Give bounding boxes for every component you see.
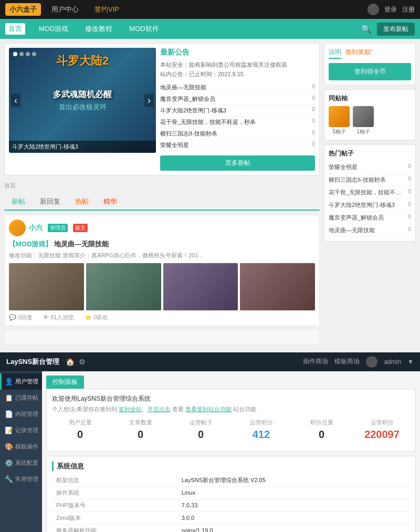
common-icon: 🔧: [5, 475, 13, 483]
tab-quality-posts[interactable]: 精华: [96, 194, 124, 210]
friend-avatar-2[interactable]: [353, 106, 374, 127]
main-container: 斗罗大陆2 多武魂随机必醒 首出必改核灵环 ‹ › 斗罗大陆2绝世闸门-移魂3 …: [0, 39, 420, 352]
admin-main-tab[interactable]: 控制面板: [46, 375, 84, 389]
friends-widget: 同贴柚 5柚子 1柚子: [324, 89, 416, 140]
sign-link[interactable]: 签到全站: [119, 406, 142, 412]
author-name[interactable]: 小六: [29, 223, 43, 233]
tab-new-posts[interactable]: 新帖: [4, 194, 33, 211]
notice-section: 最新公告 本站安全：如有影响到贵公司权益发现关注侵权器 站内公告：已止时间：20…: [160, 48, 315, 171]
author-badge-admin: 管理员: [48, 224, 68, 232]
login-button[interactable]: 登录: [384, 5, 397, 14]
admin-sidebar-common[interactable]: 🔧 常用管理: [0, 471, 42, 487]
nav-home[interactable]: 首页: [5, 23, 25, 35]
notice-item-count-2: 0: [312, 95, 315, 103]
post-author: 小六 管理员 版主: [9, 220, 315, 236]
tab-hot-posts[interactable]: 热帖: [68, 194, 96, 210]
friend-name-2: 1柚子: [353, 128, 374, 135]
banner-next-button[interactable]: ›: [144, 94, 154, 107]
admin-sidebar-sysconfig[interactable]: ⚙️ 系统配置: [0, 455, 42, 471]
tab-new-replies[interactable]: 新回复: [33, 194, 68, 210]
site-logo[interactable]: 小六盒子: [5, 3, 41, 16]
hot-post-title-3[interactable]: 花千骨_无限技能，技能不耗蓝，秒杀: [329, 189, 406, 196]
nav-tutorials[interactable]: 修改教程: [82, 23, 116, 35]
hot-post-1: 荣耀全明星 0: [329, 161, 411, 174]
banner-image: 斗罗大陆2 多武魂随机必醒 首出必改核灵环 ‹ › 斗罗大陆2绝世闸门-移魂3: [9, 48, 156, 153]
notice-item-title-2[interactable]: 魔音变声器_解锁会员: [160, 95, 310, 103]
template-store-link[interactable]: 模板商场: [334, 357, 360, 366]
admin-sidebar-user-mgmt[interactable]: 👤 用户管理: [0, 373, 42, 390]
plugin-store-link[interactable]: 插件商场: [303, 357, 328, 366]
notice-item-title-6[interactable]: 荣耀全明星: [160, 141, 310, 149]
stats-grid: 用户总量 0 文章数量 0 运营帖子 0 运营积分 412: [52, 419, 410, 441]
admin-sidebar-cached[interactable]: 📋 已缓存帖: [0, 390, 42, 406]
sign-tab-reward[interactable]: 签到奖励: [345, 48, 372, 59]
hot-post-2: 横扫三国志II-技能秒杀 0: [329, 174, 411, 186]
nav-mod-software[interactable]: MOD软件: [126, 23, 162, 35]
post-description: 修改功能：无限技能 游戏简介：真ARPG游心巨作，微根秩头号探索！201...: [9, 251, 315, 260]
dot-1[interactable]: [13, 52, 17, 56]
notice-item-title-4[interactable]: 花千骨_无限技能，技能不耗蓝，秒杀: [160, 118, 310, 126]
sign-button[interactable]: 签到得全币: [329, 63, 411, 80]
nav-user-center[interactable]: 用户中心: [51, 5, 79, 14]
admin-home-icon[interactable]: 🏠: [66, 358, 75, 366]
stat-value-users: 0: [52, 429, 108, 441]
info-row-4: Zend版本 3.0.0: [52, 512, 410, 524]
admin-sidebar-content[interactable]: 📄 内容管理: [0, 406, 42, 422]
admin-name[interactable]: admin: [384, 358, 401, 366]
post-new-button[interactable]: 发布新帖: [377, 23, 415, 36]
nav-vip[interactable]: 签约VIP: [94, 5, 119, 14]
sign-tab-info[interactable]: 说明: [329, 48, 341, 59]
sys-info-card: 系统信息 框架信息 LaySNS新台管理综合系统 V2.05 操作系统 Linu…: [46, 456, 416, 532]
enable-link[interactable]: 开启点击: [148, 406, 171, 412]
post-item: 小六 管理员 版主 【MOD游戏】地灵曲—无限技能 修改功能：无限技能 游戏简介…: [4, 215, 320, 326]
info-row-3: PHP版本号 7.0.33: [52, 499, 410, 512]
register-button[interactable]: 注册: [402, 5, 415, 14]
post-title[interactable]: 【MOD游戏】地灵曲—无限技能: [9, 239, 315, 249]
dot-4[interactable]: [32, 52, 36, 56]
admin-body: 👤 用户管理 📋 已缓存帖 📄 内容管理 📝 记录管理 🎨 模板操作 ⚙️: [0, 371, 420, 532]
search-icon[interactable]: 🔍: [361, 24, 372, 34]
admin-logo: LaySNS新台管理: [6, 357, 59, 367]
content-label: 内容管理: [15, 410, 38, 418]
banner-section: 斗罗大陆2 多武魂随机必醒 首出必改核灵环 ‹ › 斗罗大陆2绝世闸门-移魂3 …: [4, 43, 320, 175]
records-icon: 📝: [5, 426, 13, 434]
notice-item-4: 花千骨_无限技能，技能不耗蓝，秒杀 0: [160, 117, 315, 128]
hot-post-title-5[interactable]: 魔音变声器_解锁会员: [329, 214, 406, 222]
hot-post-title-6[interactable]: 地灵曲—无限技能: [329, 226, 406, 234]
notice-item-title-5[interactable]: 横扫三国志II-技能秒杀: [160, 130, 310, 138]
banner-prev-button[interactable]: ‹: [11, 94, 20, 107]
friend-item-2: 1柚子: [353, 106, 374, 135]
dot-3[interactable]: [26, 52, 30, 56]
dot-2[interactable]: [19, 52, 24, 56]
admin-welcome-card: 欢迎使用LaySNS新台管理综合系统 个人想法:希望你在推到到 签到全站、开启点…: [46, 389, 416, 452]
sign-tabs: 说明 签到奖励: [329, 48, 411, 59]
stat-value-articles: 0: [112, 429, 169, 441]
top-nav-right: 登录 注册: [368, 4, 415, 15]
admin-sidebar-template[interactable]: 🎨 模板操作: [0, 439, 42, 455]
stat-label-users: 用户总量: [52, 419, 108, 426]
admin-dropdown-icon[interactable]: ▼: [407, 358, 414, 366]
reply-icon: 💬: [9, 314, 16, 321]
likes-count: 0喜欢: [93, 314, 108, 321]
check-link[interactable]: 查看签到站台功能: [185, 406, 232, 412]
stat-label-ops-points: 运营积分: [354, 419, 410, 426]
banner-center: 多武魂随机必醒 首出必改核灵环: [9, 89, 156, 112]
admin-sidebar-records[interactable]: 📝 记录管理: [0, 422, 42, 439]
admin-header: LaySNS新台管理 🏠 ⚙ 插件商场 模板商场 admin ▼: [0, 352, 420, 371]
notice-item-title-1[interactable]: 地灵曲—无限技能: [160, 84, 310, 91]
notice-item-title-3[interactable]: 斗罗大陆2绝世闸门-移魂3: [160, 107, 310, 114]
user-mgmt-label: 用户管理: [15, 378, 38, 385]
content-icon: 📄: [5, 410, 13, 418]
friend-avatar-1[interactable]: [329, 106, 350, 127]
admin-settings-icon[interactable]: ⚙: [79, 358, 86, 366]
hot-post-title-1[interactable]: 荣耀全明星: [329, 163, 406, 171]
breadcrumb: 首页: [4, 180, 320, 192]
post-image-1: [9, 263, 84, 310]
nav-mod-games[interactable]: MOD游戏: [36, 23, 71, 35]
hot-post-title-2[interactable]: 横扫三国志II-技能秒杀: [329, 176, 406, 184]
post-tag: 【MOD游戏】: [9, 240, 52, 248]
more-posts-button[interactable]: 页多新帖: [160, 155, 315, 171]
stat-card-posts: 运营帖子 0: [173, 419, 229, 441]
hot-post-title-4[interactable]: 斗罗大陆2绝世闸门-移魂3: [329, 201, 406, 209]
common-label: 常用管理: [15, 475, 38, 483]
